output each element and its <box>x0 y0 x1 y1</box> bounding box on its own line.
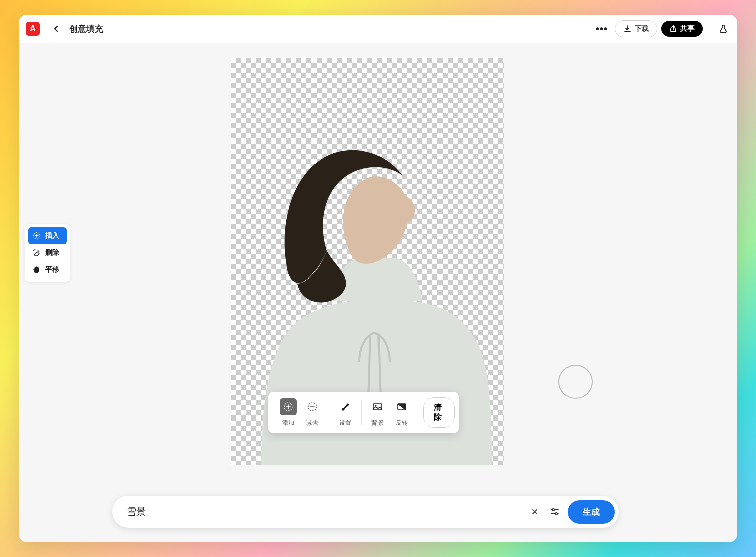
brush-icon <box>337 398 354 415</box>
brush-subtract-label: 减去 <box>306 419 319 427</box>
clear-button[interactable]: 清除 <box>423 397 455 428</box>
svg-rect-3 <box>373 404 382 410</box>
tool-insert-label: 插入 <box>45 231 59 240</box>
invert-icon <box>393 398 410 415</box>
brush-background[interactable]: 背景 <box>365 398 390 427</box>
brush-cursor <box>558 365 593 399</box>
download-label: 下载 <box>635 24 649 33</box>
close-icon <box>531 508 538 515</box>
brush-background-label: 背景 <box>371 419 384 427</box>
eraser-icon <box>32 248 41 257</box>
prompt-clear-button[interactable] <box>527 504 542 519</box>
brush-add-label: 添加 <box>282 419 294 427</box>
subtract-icon <box>304 398 321 415</box>
prompt-settings-button[interactable] <box>547 504 562 519</box>
download-button[interactable]: 下载 <box>615 20 657 37</box>
generate-button[interactable]: 生成 <box>568 500 615 524</box>
prompt-bar: 生成 <box>112 496 619 528</box>
background-icon <box>369 398 386 415</box>
tool-pan-label: 平移 <box>45 265 59 274</box>
share-icon <box>669 25 677 33</box>
insert-icon <box>32 231 41 240</box>
header: A 创意填充 ••• 下载 共享 <box>19 15 737 43</box>
more-button[interactable]: ••• <box>594 21 610 37</box>
beaker-icon <box>718 24 728 34</box>
download-icon <box>623 25 632 33</box>
brush-settings[interactable]: 设置 <box>333 398 357 427</box>
svg-point-6 <box>552 509 554 511</box>
brush-toolbar: 添加 减去 设置 <box>268 392 459 433</box>
page-title: 创意填充 <box>69 23 103 35</box>
brush-settings-label: 设置 <box>339 419 351 427</box>
canvas-area: 插入 删除 平移 添加 <box>19 43 737 542</box>
divider <box>710 22 710 36</box>
tool-remove[interactable]: 删除 <box>28 244 67 261</box>
hand-icon <box>32 265 41 274</box>
add-icon <box>280 398 297 415</box>
lab-button[interactable] <box>716 22 730 36</box>
brush-subtract[interactable]: 减去 <box>300 398 325 427</box>
svg-point-7 <box>555 513 557 515</box>
tool-pan[interactable]: 平移 <box>28 261 67 278</box>
prompt-input[interactable] <box>127 506 527 517</box>
tool-panel: 插入 删除 平移 <box>25 224 70 282</box>
tool-remove-label: 删除 <box>45 248 59 257</box>
adobe-logo[interactable]: A <box>26 22 40 36</box>
app-window: A 创意填充 ••• 下载 共享 <box>19 15 737 542</box>
tool-insert[interactable]: 插入 <box>28 227 67 244</box>
back-button[interactable] <box>49 21 64 36</box>
share-label: 共享 <box>680 24 695 33</box>
chevron-left-icon <box>52 25 60 33</box>
share-button[interactable]: 共享 <box>661 21 703 37</box>
brush-invert-label: 反转 <box>396 419 408 427</box>
brush-add[interactable]: 添加 <box>276 398 300 427</box>
sliders-icon <box>550 507 560 517</box>
brush-invert[interactable]: 反转 <box>390 398 414 427</box>
